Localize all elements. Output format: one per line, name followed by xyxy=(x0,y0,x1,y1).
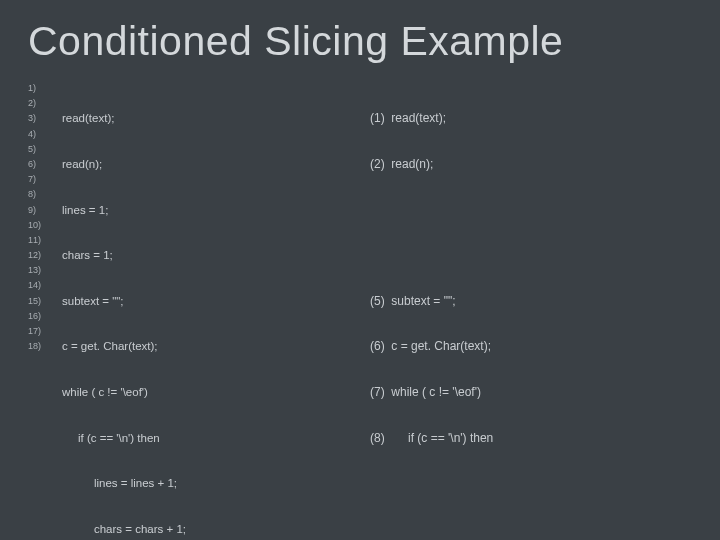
lineno: 6) xyxy=(28,157,62,172)
code-line: subtext = ""; xyxy=(62,294,242,309)
slice-code: (1) read(text); (2) read(n); (5) subtext… xyxy=(370,81,690,540)
slide: Conditioned Slicing Example 1) 2) 3) 4) … xyxy=(0,0,720,540)
lineno: 11) xyxy=(28,233,62,248)
code-line: while ( c != '\eof') xyxy=(62,385,242,400)
lineno: 16) xyxy=(28,309,62,324)
code-line: (7) while ( c != '\eof') xyxy=(370,385,690,400)
code-line: chars = chars + 1; xyxy=(62,522,242,537)
blank-line xyxy=(370,203,690,218)
lineno: 4) xyxy=(28,127,62,142)
lineno: 8) xyxy=(28,187,62,202)
lineno: 3) xyxy=(28,111,62,126)
code-line: (8) if (c == '\n') then xyxy=(370,431,690,446)
left-column: 1) 2) 3) 4) 5) 6) 7) 8) 9) 10) 11) 12) 1… xyxy=(28,81,370,540)
line-numbers: 1) 2) 3) 4) 5) 6) 7) 8) 9) 10) 11) 12) 1… xyxy=(28,81,62,540)
lineno: 12) xyxy=(28,248,62,263)
code-line: chars = 1; xyxy=(62,248,242,263)
code-line: (6) c = get. Char(text); xyxy=(370,339,690,354)
blank-line xyxy=(370,522,690,537)
code-line: if (c == '\n') then xyxy=(62,431,242,446)
code-line: read(n); xyxy=(62,157,242,172)
lineno: 5) xyxy=(28,142,62,157)
lineno: 15) xyxy=(28,294,62,309)
blank-line xyxy=(370,248,690,263)
lineno: 13) xyxy=(28,263,62,278)
page-title: Conditioned Slicing Example xyxy=(28,18,692,65)
lineno: 18) xyxy=(28,339,62,354)
lineno: 2) xyxy=(28,96,62,111)
code-line: (5) subtext = ""; xyxy=(370,294,690,309)
lineno: 9) xyxy=(28,203,62,218)
columns: 1) 2) 3) 4) 5) 6) 7) 8) 9) 10) 11) 12) 1… xyxy=(28,81,692,540)
lineno: 1) xyxy=(28,81,62,96)
lineno: 10) xyxy=(28,218,62,233)
blank-line xyxy=(370,476,690,491)
lineno: 17) xyxy=(28,324,62,339)
code-line: read(text); xyxy=(62,111,242,126)
lineno: 14) xyxy=(28,278,62,293)
code-line: c = get. Char(text); xyxy=(62,339,242,354)
code-line: (2) read(n); xyxy=(370,157,690,172)
code-line: (1) read(text); xyxy=(370,111,690,126)
code-line: lines = 1; xyxy=(62,203,242,218)
code-line: lines = lines + 1; xyxy=(62,476,242,491)
right-column: (1) read(text); (2) read(n); (5) subtext… xyxy=(370,81,690,540)
lineno: 7) xyxy=(28,172,62,187)
original-code: read(text); read(n); lines = 1; chars = … xyxy=(62,81,242,540)
